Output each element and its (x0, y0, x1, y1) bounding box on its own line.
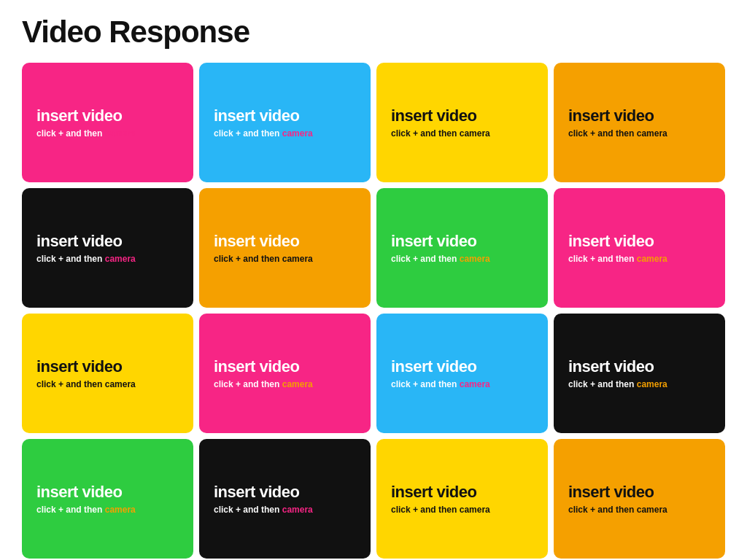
camera-text: camera (637, 254, 667, 264)
video-card-11[interactable]: insert videoclick + and then camera (376, 314, 548, 433)
video-card-6[interactable]: insert videoclick + and then camera (199, 188, 371, 308)
card-title-13: insert video (36, 483, 179, 502)
camera-text: camera (282, 379, 313, 389)
card-title-4: insert video (568, 106, 711, 125)
video-card-5[interactable]: insert videoclick + and then camera (22, 188, 193, 308)
card-title-6: insert video (214, 232, 356, 251)
plus-text: click + and then (568, 254, 637, 264)
plus-text: click + and then (36, 254, 105, 264)
page-title: Video Response (22, 15, 725, 50)
plus-text: click + and then (36, 128, 105, 139)
plus-text: click + and then (214, 505, 282, 515)
camera-text: camera (460, 505, 490, 515)
card-subtitle-2: click + and then camera (214, 128, 356, 139)
plus-text: click + and then (214, 254, 282, 264)
video-card-14[interactable]: insert videoclick + and then camera (199, 439, 371, 559)
card-subtitle-11: click + and then camera (391, 379, 533, 389)
card-subtitle-10: click + and then camera (214, 379, 356, 389)
camera-text: camera (637, 505, 667, 515)
card-title-10: insert video (214, 357, 356, 376)
video-card-12[interactable]: insert videoclick + and then camera (554, 314, 725, 433)
camera-text: camera (460, 254, 490, 264)
camera-text: camera (282, 128, 313, 139)
card-subtitle-8: click + and then camera (568, 254, 711, 264)
video-grid: insert videoclick + and then camerainser… (22, 63, 725, 559)
video-card-9[interactable]: insert videoclick + and then camera (22, 314, 193, 433)
card-title-9: insert video (36, 357, 179, 376)
video-card-10[interactable]: insert videoclick + and then camera (199, 314, 371, 433)
card-title-14: insert video (214, 483, 356, 502)
plus-text: click + and then (214, 379, 282, 389)
video-card-15[interactable]: insert videoclick + and then camera (376, 439, 548, 559)
card-subtitle-5: click + and then camera (36, 254, 179, 264)
card-title-1: insert video (36, 106, 179, 125)
camera-text: camera (460, 128, 490, 139)
camera-text: camera (105, 505, 136, 515)
card-title-8: insert video (568, 232, 711, 251)
camera-text: camera (105, 254, 136, 264)
video-card-3[interactable]: insert videoclick + and then camera (376, 63, 548, 182)
plus-text: click + and then (568, 505, 637, 515)
camera-text: camera (105, 379, 136, 389)
plus-text: click + and then (36, 379, 105, 389)
plus-text: click + and then (391, 254, 460, 264)
card-subtitle-16: click + and then camera (568, 505, 711, 515)
video-card-7[interactable]: insert videoclick + and then camera (376, 188, 548, 308)
card-title-11: insert video (391, 357, 533, 376)
card-subtitle-3: click + and then camera (391, 128, 533, 139)
video-card-16[interactable]: insert videoclick + and then camera (554, 439, 725, 559)
card-subtitle-15: click + and then camera (391, 505, 533, 515)
card-title-5: insert video (36, 232, 179, 251)
camera-text: camera (105, 128, 136, 139)
plus-text: click + and then (391, 379, 460, 389)
card-title-3: insert video (391, 106, 533, 125)
card-title-12: insert video (568, 357, 711, 376)
plus-text: click + and then (391, 505, 460, 515)
plus-text: click + and then (214, 128, 282, 139)
card-subtitle-6: click + and then camera (214, 254, 356, 264)
card-title-15: insert video (391, 483, 533, 502)
card-subtitle-14: click + and then camera (214, 505, 356, 515)
video-card-8[interactable]: insert videoclick + and then camera (554, 188, 725, 308)
card-title-2: insert video (214, 106, 356, 125)
camera-text: camera (282, 254, 313, 264)
plus-text: click + and then (391, 128, 460, 139)
camera-text: camera (637, 128, 667, 139)
card-subtitle-12: click + and then camera (568, 379, 711, 389)
card-title-7: insert video (391, 232, 533, 251)
camera-text: camera (282, 505, 313, 515)
plus-text: click + and then (36, 505, 105, 515)
plus-text: click + and then (568, 128, 637, 139)
video-card-4[interactable]: insert videoclick + and then camera (554, 63, 725, 182)
plus-text: click + and then (568, 379, 637, 389)
card-subtitle-13: click + and then camera (36, 505, 179, 515)
video-card-13[interactable]: insert videoclick + and then camera (22, 439, 193, 559)
camera-text: camera (637, 379, 667, 389)
card-subtitle-7: click + and then camera (391, 254, 533, 264)
video-card-2[interactable]: insert videoclick + and then camera (199, 63, 371, 182)
card-title-16: insert video (568, 483, 711, 502)
camera-text: camera (460, 379, 490, 389)
card-subtitle-4: click + and then camera (568, 128, 711, 139)
card-subtitle-9: click + and then camera (36, 379, 179, 389)
video-card-1[interactable]: insert videoclick + and then camera (22, 63, 193, 182)
card-subtitle-1: click + and then camera (36, 128, 179, 139)
